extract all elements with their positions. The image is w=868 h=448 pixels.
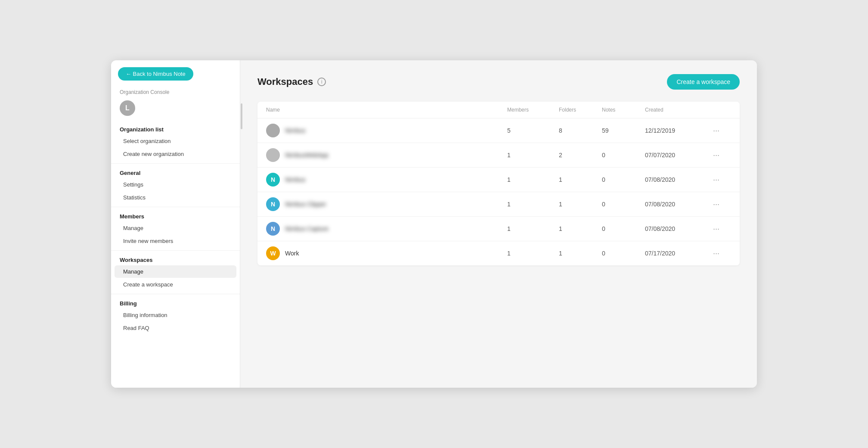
divider-2 [111,207,240,207]
workspace-avatar: W [266,246,280,260]
cell-notes: 0 [602,152,645,159]
sidebar-item-select-org[interactable]: Select organization [115,135,236,147]
cell-members: 1 [507,152,559,159]
cell-folders: 1 [559,176,602,183]
cell-actions: ··· [710,223,731,235]
cell-folders: 8 [559,127,602,134]
cell-actions: ··· [710,149,731,162]
col-header-actions [710,107,731,113]
workspace-name-cell: W Work [266,246,507,260]
avatar: L [120,100,135,116]
workspace-name: Nimbus Capture [285,225,329,232]
cell-created: 07/07/2020 [645,152,710,159]
sidebar-scrollbar[interactable] [240,60,243,388]
section-title-general: General [111,166,240,178]
cell-members: 1 [507,176,559,183]
sidebar-item-create-new-org[interactable]: Create new organization [115,148,236,160]
divider-3 [111,250,240,251]
workspace-avatar [266,124,280,137]
back-button[interactable]: ← Back to Nimbus Note [118,67,193,81]
page-header: Workspaces i Create a workspace [257,74,740,90]
workspace-name-cell: NimbusWebApp [266,148,507,162]
workspace-avatar: N [266,222,280,236]
more-options-button[interactable]: ··· [710,124,723,137]
more-options-button[interactable]: ··· [710,247,723,260]
cell-created: 12/12/2019 [645,127,710,134]
col-header-folders: Folders [559,107,602,113]
col-header-created: Created [645,107,710,113]
more-options-button[interactable]: ··· [710,198,723,211]
sidebar-item-statistics[interactable]: Statistics [115,191,236,204]
main-content: Workspaces i Create a workspace Name Mem… [240,60,757,388]
workspace-name-cell: Nimbus [266,124,507,137]
divider-4 [111,294,240,294]
app-window: ← Back to Nimbus Note Organization Conso… [111,60,757,388]
more-options-button[interactable]: ··· [710,149,723,162]
sidebar-item-read-faq[interactable]: Read FAQ [115,322,236,334]
cell-notes: 0 [602,250,645,257]
section-title-org-list: Organization list [111,123,240,134]
table-row: N Nimbus Capture 1 1 0 07/08/2020 ··· [257,217,740,241]
sidebar-item-settings[interactable]: Settings [115,178,236,191]
cell-notes: 0 [602,176,645,183]
table-row: N Nimbus 1 1 0 07/08/2020 ··· [257,168,740,192]
sidebar-item-invite-members[interactable]: Invite new members [115,235,236,247]
title-row: Workspaces i [257,76,326,87]
cell-created: 07/08/2020 [645,201,710,208]
workspace-name-cell: N Nimbus [266,173,507,187]
info-icon[interactable]: i [317,78,326,86]
table-row: W Work 1 1 0 07/17/2020 ··· [257,241,740,265]
sidebar-item-create-workspace[interactable]: Create a workspace [115,278,236,291]
cell-members: 1 [507,250,559,257]
cell-created: 07/08/2020 [645,225,710,232]
col-header-members: Members [507,107,559,113]
table-header: Name Members Folders Notes Created [257,102,740,118]
cell-actions: ··· [710,174,731,186]
create-workspace-button[interactable]: Create a workspace [667,74,740,90]
divider-1 [111,163,240,164]
cell-folders: 1 [559,225,602,232]
table-row: NimbusWebApp 1 2 0 07/07/2020 ··· [257,143,740,168]
cell-notes: 0 [602,225,645,232]
more-options-button[interactable]: ··· [710,223,723,235]
cell-notes: 0 [602,201,645,208]
workspace-avatar [266,148,280,162]
section-billing: Billing Billing information Read FAQ [111,297,240,335]
workspace-avatar: N [266,197,280,211]
workspace-avatar: N [266,173,280,187]
workspace-name: Nimbus [285,127,305,134]
sidebar: ← Back to Nimbus Note Organization Conso… [111,60,240,388]
workspaces-table: Name Members Folders Notes Created Nimbu… [257,102,740,265]
more-options-button[interactable]: ··· [710,174,723,186]
workspace-name: NimbusWebApp [285,152,329,159]
section-members: Members Manage Invite new members [111,210,240,248]
sidebar-item-workspaces-manage[interactable]: Manage [115,265,236,278]
workspace-name: Nimbus Clipper [285,201,326,208]
cell-members: 5 [507,127,559,134]
section-title-workspaces: Workspaces [111,253,240,265]
page-title: Workspaces [257,76,313,87]
cell-actions: ··· [710,247,731,260]
cell-folders: 2 [559,152,602,159]
cell-created: 07/08/2020 [645,176,710,183]
org-console-label: Organization Console [111,89,240,95]
section-title-members: Members [111,210,240,221]
scrollbar-thumb [241,103,242,129]
cell-created: 07/17/2020 [645,250,710,257]
sidebar-item-billing-info[interactable]: Billing information [115,309,236,321]
table-body: Nimbus 5 8 59 12/12/2019 ··· NimbusWebAp… [257,118,740,265]
cell-notes: 59 [602,127,645,134]
sidebar-item-members-manage[interactable]: Manage [115,222,236,234]
cell-folders: 1 [559,201,602,208]
section-org-list: Organization list Select organization Cr… [111,123,240,161]
cell-actions: ··· [710,198,731,211]
workspace-name: Work [285,250,299,257]
cell-folders: 1 [559,250,602,257]
table-row: Nimbus 5 8 59 12/12/2019 ··· [257,118,740,143]
col-header-notes: Notes [602,107,645,113]
workspace-name-cell: N Nimbus Capture [266,222,507,236]
cell-actions: ··· [710,124,731,137]
workspace-name: Nimbus [285,176,305,183]
section-general: General Settings Statistics [111,166,240,204]
col-header-name: Name [266,107,507,113]
